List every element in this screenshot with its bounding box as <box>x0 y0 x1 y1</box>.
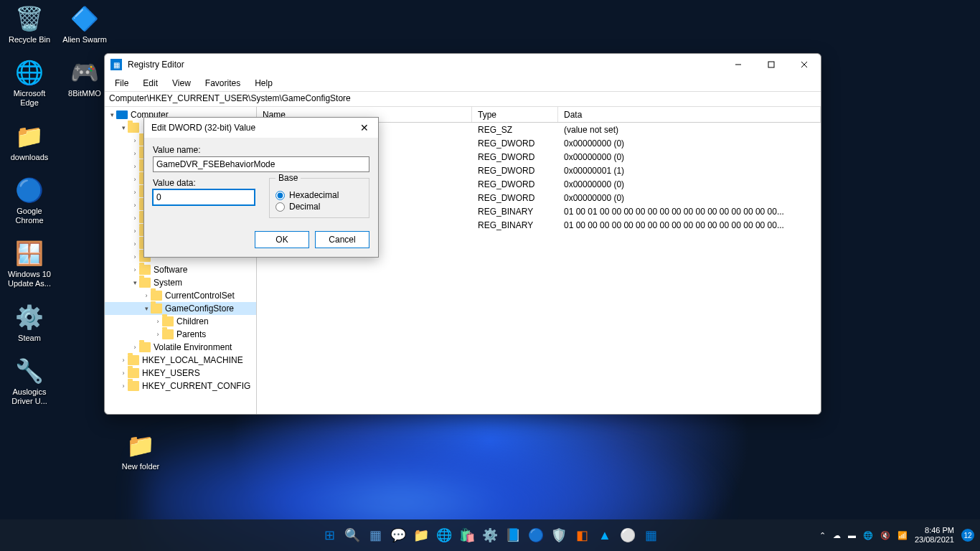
tree-label: HKEY_USERS <box>142 368 200 378</box>
maximize-button[interactable] <box>755 54 788 75</box>
taskbar-chrome-icon[interactable]: 🔵 <box>527 526 545 545</box>
notification-badge[interactable]: 12 <box>961 529 974 542</box>
value-data: 0x00000001 (1) <box>558 166 821 176</box>
taskbar-edge-icon[interactable]: 🌐 <box>435 526 453 545</box>
tree-item-software[interactable]: ›Software <box>105 263 256 276</box>
radio-decimal[interactable]: Decimal <box>275 202 363 212</box>
col-data-header[interactable]: Data <box>558 107 821 122</box>
menu-view[interactable]: View <box>166 77 197 90</box>
chevron-icon: › <box>119 357 128 364</box>
tree-item-parents[interactable]: ›Parents <box>105 328 256 341</box>
desktop-8bitmmo[interactable]: 🎮8BitMMO <box>59 57 110 98</box>
taskbar-clock[interactable]: 8:46 PM 23/08/2021 <box>915 526 954 545</box>
taskbar-settings-icon[interactable]: ⚙️ <box>481 526 499 545</box>
ok-button[interactable]: OK <box>255 231 309 248</box>
desktop-steam[interactable]: ⚙️Steam <box>4 302 55 343</box>
tree-item-children[interactable]: ›Children <box>105 315 256 328</box>
menu-file[interactable]: File <box>109 77 134 90</box>
tree-item-volatileenvironment[interactable]: ›Volatile Environment <box>105 341 256 354</box>
taskbar-taskview-icon[interactable]: ▦ <box>366 526 385 545</box>
tray-language-icon[interactable]: 🌐 <box>863 531 873 540</box>
taskbar-right: ⌃ ☁ ▬ 🌐 🔇 📶 8:46 PM 23/08/2021 12 <box>819 526 974 545</box>
tree-item-hkeycurrentconfig[interactable]: ›HKEY_CURRENT_CONFIG <box>105 380 256 392</box>
col-type-header[interactable]: Type <box>472 107 558 122</box>
desktop-new-folder[interactable]: 📁 New folder <box>115 430 166 471</box>
taskbar-search-icon[interactable]: 🔍 <box>343 526 362 545</box>
taskbar-explorer-icon[interactable]: 📁 <box>412 526 430 545</box>
base-group: Base Hexadecimal Decimal <box>269 178 369 218</box>
desktop-downloads[interactable]: 📁downloads <box>4 121 55 162</box>
downloads-label: downloads <box>11 153 49 162</box>
tray-chevron-icon[interactable]: ⌃ <box>819 531 826 540</box>
taskbar-word-icon[interactable]: 📘 <box>504 526 522 545</box>
menu-help[interactable]: Help <box>249 77 278 90</box>
menu-edit[interactable]: Edit <box>137 77 164 90</box>
folder-icon <box>151 303 162 314</box>
tree-label: Volatile Environment <box>154 342 232 352</box>
titlebar[interactable]: ▦ Registry Editor <box>105 54 821 75</box>
taskbar-app2-icon[interactable]: ▲ <box>595 526 614 545</box>
close-button[interactable] <box>788 54 821 75</box>
tree-item-hkeylocalmachine[interactable]: ›HKEY_LOCAL_MACHINE <box>105 354 256 367</box>
desktop-win10update[interactable]: 🪟Windows 10 Update As... <box>4 238 55 288</box>
desktop-recycle-bin[interactable]: 🗑️Recycle Bin <box>4 4 55 44</box>
desktop-auslogics[interactable]: 🔧Auslogics Driver U... <box>4 356 55 406</box>
tree-label: CurrentControlSet <box>165 291 235 301</box>
desktop-edge[interactable]: 🌐Microsoft Edge <box>4 57 55 108</box>
value-name-label: Value name: <box>153 145 369 155</box>
tree-item-gameconfigstore[interactable]: ▾GameConfigStore <box>105 302 256 315</box>
menu-favorites[interactable]: Favorites <box>199 77 246 90</box>
cancel-button[interactable]: Cancel <box>315 231 369 248</box>
hex-radio[interactable] <box>275 191 285 200</box>
address-bar[interactable]: Computer\HKEY_CURRENT_USER\System\GameCo… <box>105 91 821 107</box>
value-name-input[interactable] <box>153 156 369 172</box>
tray-onedrive-icon[interactable]: ☁ <box>833 531 841 540</box>
radio-hexadecimal[interactable]: Hexadecimal <box>275 190 363 200</box>
desktop-chrome[interactable]: 🔵Google Chrome <box>4 175 55 225</box>
chevron-icon: › <box>131 189 139 196</box>
taskbar-steam-icon[interactable]: ⚪ <box>618 526 637 545</box>
value-data: 0x00000000 (0) <box>558 193 821 203</box>
chevron-icon: › <box>131 137 139 144</box>
taskbar-store-icon[interactable]: 🛍️ <box>458 526 476 545</box>
chevron-icon: › <box>131 253 139 260</box>
tree-item-system[interactable]: ▾System <box>105 276 256 289</box>
taskbar-date: 23/08/2021 <box>915 535 954 545</box>
taskbar-security-icon[interactable]: 🛡️ <box>550 526 568 545</box>
taskbar-regedit-task-icon[interactable]: ▦ <box>641 526 660 545</box>
alien-swarm-label: Alien Swarm <box>62 35 107 44</box>
taskbar-app1-icon[interactable]: ◧ <box>573 526 591 545</box>
chevron-icon: › <box>154 331 162 338</box>
steam-icon: ⚙️ <box>14 302 44 332</box>
chevron-icon: ▾ <box>131 279 139 286</box>
chrome-label: Google Chrome <box>4 207 55 225</box>
tray-battery-icon[interactable]: ▬ <box>848 531 856 540</box>
dialog-body: Value name: Value data: Base Hexadecimal… <box>144 138 378 225</box>
dialog-titlebar[interactable]: Edit DWORD (32-bit) Value ✕ <box>144 118 378 138</box>
dialog-close-button[interactable]: ✕ <box>354 119 375 136</box>
chevron-icon: › <box>131 215 139 222</box>
tree-label: Parents <box>176 329 206 339</box>
taskbar-start-icon[interactable]: ⊞ <box>320 526 339 545</box>
value-data: 0x00000000 (0) <box>558 152 821 162</box>
value-data-input[interactable] <box>153 189 255 205</box>
tray-volume-icon[interactable]: 🔇 <box>880 531 890 540</box>
desktop-alien-swarm[interactable]: 🔷Alien Swarm <box>59 4 110 44</box>
folder-icon <box>128 123 139 133</box>
window-title: Registry Editor <box>128 60 722 70</box>
tree-label: GameConfigStore <box>165 303 234 314</box>
tree-item-hkeyusers[interactable]: ›HKEY_USERS <box>105 367 256 380</box>
taskbar-teams-icon[interactable]: 💬 <box>389 526 407 545</box>
value-type: REG_DWORD <box>472 193 558 203</box>
tree-label: Software <box>154 265 187 275</box>
dec-radio[interactable] <box>275 202 285 212</box>
chevron-icon: › <box>154 318 162 325</box>
folder-icon <box>162 316 174 326</box>
computer-icon <box>116 110 128 119</box>
tray-network-icon[interactable]: 📶 <box>897 531 908 540</box>
minimize-button[interactable] <box>722 54 755 75</box>
value-data: 0x00000000 (0) <box>558 138 821 149</box>
8bitmmo-label: 8BitMMO <box>68 89 101 98</box>
tree-item-currentcontrolset[interactable]: ›CurrentControlSet <box>105 289 256 302</box>
desktop-icons-col1: 🗑️Recycle Bin🌐Microsoft Edge📁downloads🔵G… <box>4 4 55 406</box>
